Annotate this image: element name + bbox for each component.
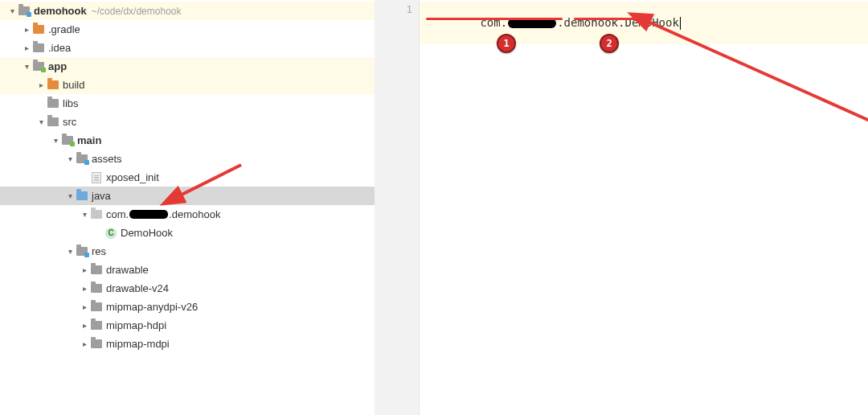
folder-icon [47, 79, 59, 92]
folder-icon [90, 282, 103, 295]
tree-root-demohook[interactable]: ▾ demohook ~/code/dx/demohook [0, 2, 375, 20]
tree-item-drawable-v24[interactable]: ▸ drawable-v24 [0, 279, 375, 298]
editor-code-area[interactable]: com..demohook.DemoHook 1 2 [420, 0, 868, 415]
chevron-down-icon[interactable]: ▾ [64, 191, 76, 200]
chevron-down-icon[interactable]: ▾ [64, 154, 76, 163]
tree-label: build [63, 79, 84, 91]
line-number: 1 [375, 3, 412, 15]
tree-item-assets[interactable]: ▾ assets [0, 150, 375, 168]
editor-panel: 1 com..demohook.DemoHook 1 2 [375, 0, 868, 415]
tree-item-mipmap-mdpi[interactable]: ▸ mipmap-mdpi [0, 335, 375, 353]
tree-item-mipmap-anydpi-v26[interactable]: ▸ mipmap-anydpi-v26 [0, 298, 375, 316]
tree-item-package[interactable]: ▾ com..demohook [0, 205, 375, 224]
tree-item-res[interactable]: ▾ res [0, 242, 375, 261]
tree-item-src[interactable]: ▾ src [0, 113, 375, 131]
tree-label: libs [63, 97, 79, 109]
module-folder-icon [32, 60, 45, 73]
tree-root-label: demohook [34, 5, 87, 17]
folder-icon [47, 97, 59, 110]
tree-item-java[interactable]: ▾ java [0, 187, 375, 205]
chevron-right-icon[interactable]: ▸ [79, 339, 90, 348]
folder-icon [76, 245, 88, 258]
tree-label: app [48, 60, 67, 72]
chevron-right-icon[interactable]: ▸ [79, 265, 90, 274]
tree-item-drawable[interactable]: ▸ drawable [0, 261, 375, 279]
tree-label: assets [92, 153, 122, 165]
chevron-down-icon[interactable]: ▾ [35, 117, 47, 126]
chevron-right-icon[interactable]: ▸ [79, 321, 90, 330]
chevron-down-icon[interactable]: ▾ [64, 247, 76, 256]
package-icon [90, 208, 103, 221]
tree-root-path: ~/code/dx/demohook [92, 6, 182, 17]
chevron-right-icon[interactable]: ▸ [79, 284, 90, 293]
source-folder-icon [76, 190, 88, 203]
tree-label: src [63, 116, 76, 128]
tree-label: xposed_init [106, 171, 159, 183]
tree-label: mipmap-hdpi [106, 319, 166, 331]
folder-icon [90, 264, 103, 277]
tree-label-pkg-post: .demohook [169, 208, 220, 220]
folder-icon [32, 42, 45, 55]
tree-label: res [92, 245, 106, 257]
class-icon: C [104, 227, 117, 240]
callout-badge-1: 1 [497, 34, 516, 53]
tree-item-gradle[interactable]: ▸ .gradle [0, 20, 375, 39]
chevron-right-icon[interactable]: ▸ [79, 302, 90, 311]
tree-item-mipmap-hdpi[interactable]: ▸ mipmap-hdpi [0, 316, 375, 335]
chevron-right-icon[interactable]: ▸ [21, 43, 32, 52]
folder-icon [90, 319, 103, 332]
tree-label: drawable [106, 264, 149, 276]
editor-gutter: 1 [375, 0, 420, 415]
chevron-right-icon[interactable]: ▸ [21, 25, 32, 34]
folder-icon [90, 338, 103, 351]
file-icon [90, 171, 103, 184]
chevron-down-icon[interactable]: ▾ [79, 210, 90, 219]
chevron-right-icon[interactable]: ▸ [35, 80, 47, 89]
project-tree-panel: ▾ demohook ~/code/dx/demohook ▸ .gradle … [0, 0, 375, 415]
tree-label: main [77, 134, 101, 146]
annotation-underline [426, 18, 563, 20]
tree-item-app[interactable]: ▾ app [0, 57, 375, 76]
tree-item-libs[interactable]: ▸ libs [0, 94, 375, 113]
folder-icon [32, 23, 45, 36]
tree-label: .gradle [48, 23, 80, 35]
text-cursor [680, 17, 681, 30]
folder-icon [90, 301, 103, 314]
tree-item-idea[interactable]: ▸ .idea [0, 39, 375, 57]
tree-label: mipmap-anydpi-v26 [106, 301, 198, 313]
annotation-underline [574, 18, 637, 20]
folder-icon [47, 116, 59, 129]
tree-item-demohook-class[interactable]: ▸ C DemoHook [0, 224, 375, 242]
tree-item-build[interactable]: ▸ build [0, 76, 375, 94]
code-line-1[interactable]: com..demohook.DemoHook [420, 2, 868, 44]
chevron-down-icon[interactable]: ▾ [50, 136, 61, 145]
redacted-text [129, 210, 168, 219]
chevron-down-icon[interactable]: ▾ [6, 6, 18, 15]
tree-label: .idea [48, 42, 71, 54]
folder-icon [76, 153, 88, 166]
tree-label: mipmap-mdpi [106, 338, 170, 350]
tree-label: java [92, 190, 111, 202]
callout-badge-2: 2 [600, 34, 619, 53]
module-folder-icon [61, 134, 74, 147]
tree-label: drawable-v24 [106, 282, 169, 294]
tree-item-main[interactable]: ▾ main [0, 131, 375, 150]
chevron-down-icon[interactable]: ▾ [21, 62, 32, 71]
tree-label: DemoHook [121, 227, 173, 239]
module-folder-icon [18, 5, 31, 18]
tree-item-xposed-init[interactable]: ▸ xposed_init [0, 168, 375, 187]
tree-label-pkg-pre: com. [106, 208, 129, 220]
